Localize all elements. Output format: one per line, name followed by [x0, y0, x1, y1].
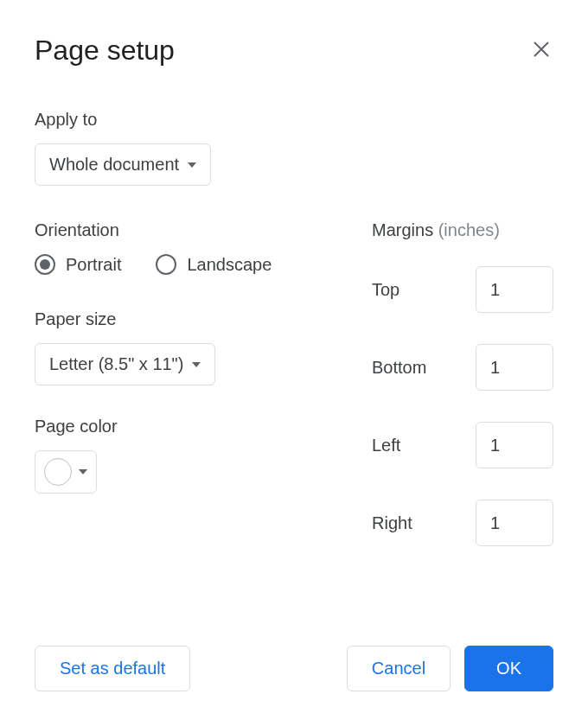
margin-left-input[interactable] — [476, 422, 553, 468]
apply-to-dropdown[interactable]: Whole document — [35, 143, 211, 186]
margins-label: Margins (inches) — [372, 220, 553, 240]
page-color-label: Page color — [35, 417, 320, 436]
margin-top-label: Top — [372, 280, 399, 300]
caret-down-icon — [192, 362, 201, 367]
caret-down-icon — [188, 162, 196, 168]
margin-right-input[interactable] — [476, 500, 553, 546]
paper-size-dropdown[interactable]: Letter (8.5" x 11") — [35, 343, 215, 385]
page-color-dropdown[interactable] — [35, 450, 97, 494]
close-icon[interactable] — [529, 35, 553, 67]
orientation-label: Orientation — [35, 220, 320, 240]
ok-button[interactable]: OK — [464, 646, 553, 691]
set-as-default-button[interactable]: Set as default — [35, 646, 190, 691]
cancel-button[interactable]: Cancel — [347, 646, 451, 691]
apply-to-label: Apply to — [35, 110, 553, 130]
radio-unselected-icon — [156, 254, 176, 275]
margin-top-input[interactable] — [476, 266, 553, 313]
orientation-portrait-radio[interactable]: Portrait — [35, 254, 121, 275]
color-swatch-icon — [44, 458, 72, 486]
paper-size-value: Letter (8.5" x 11") — [49, 354, 183, 374]
margin-right-label: Right — [372, 513, 412, 533]
caret-down-icon — [79, 469, 87, 474]
portrait-label: Portrait — [66, 255, 121, 275]
margin-left-label: Left — [372, 436, 400, 455]
orientation-landscape-radio[interactable]: Landscape — [156, 254, 272, 275]
landscape-label: Landscape — [187, 255, 272, 275]
apply-to-value: Whole document — [49, 155, 179, 175]
dialog-title: Page setup — [35, 35, 175, 67]
margin-bottom-input[interactable] — [476, 344, 553, 391]
paper-size-label: Paper size — [35, 309, 320, 329]
margin-bottom-label: Bottom — [372, 358, 426, 378]
radio-selected-icon — [35, 254, 55, 275]
